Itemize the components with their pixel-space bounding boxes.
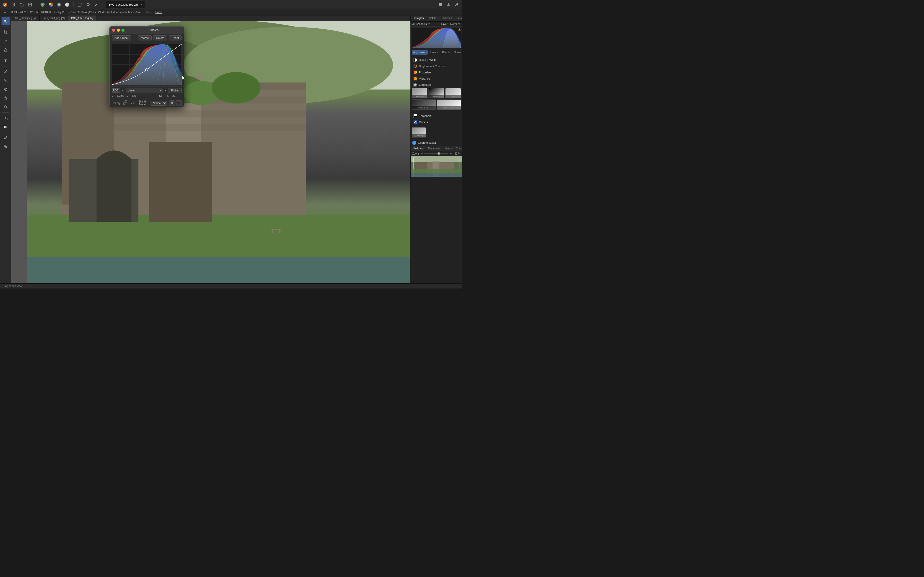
curves-action-buttons: Add Preset Merge Delete Reset [110, 34, 184, 42]
open-file-icon[interactable] [19, 2, 25, 8]
export-icon[interactable] [446, 2, 452, 8]
color-wheel-icon[interactable] [48, 2, 54, 8]
adj-item-threshold[interactable]: Threshold [412, 113, 461, 119]
preset-soft[interactable]: Soft [445, 88, 461, 98]
minimize-button[interactable] [117, 29, 120, 32]
blend-mode-select[interactable]: Normal [150, 101, 167, 106]
sub-tab-layers[interactable]: Layers [429, 50, 439, 55]
canvas-tab-2[interactable]: IMG_1348.jpeg [M] [40, 15, 68, 21]
channel-mixer-item[interactable]: Channel Mixer [411, 140, 462, 146]
adj-item-curves[interactable]: Curves [412, 119, 461, 125]
adj-label-brightness-contrast: Brightness / Contrast [419, 64, 446, 68]
sub-tab-effects[interactable]: Effects [441, 50, 451, 55]
close-button[interactable] [112, 29, 115, 32]
tab-histogram[interactable]: Histogram [411, 15, 427, 21]
tab-close-btn[interactable]: × [141, 3, 142, 6]
clone-tool-btn[interactable] [2, 76, 10, 85]
svg-rect-29 [4, 126, 7, 128]
tab-brushes[interactable]: Brushes [454, 15, 462, 21]
text-tool-btn[interactable]: T [2, 56, 10, 65]
move-tool-btn[interactable]: ↖ [2, 17, 10, 25]
magic-wand-icon[interactable] [93, 2, 100, 8]
nav-tab-history[interactable]: History [442, 146, 454, 151]
add-preset-btn[interactable]: Add Preset [111, 35, 131, 40]
tone-icon[interactable] [64, 2, 70, 8]
heal-tool-btn[interactable] [2, 103, 10, 111]
zoom-plus-btn[interactable]: + [450, 152, 452, 155]
paint-tool-btn[interactable] [2, 68, 10, 76]
eyedropper-tool-btn[interactable] [2, 134, 10, 142]
preset-default-1[interactable]: (Default) [412, 88, 428, 98]
active-document-tab[interactable]: IMG_3960.jpeg (92.2%) × [106, 1, 145, 8]
adj-item-exposure[interactable]: Exposure [412, 82, 461, 87]
picker-btn[interactable]: Picker [168, 88, 182, 93]
more-icon[interactable]: ☰ [176, 100, 182, 106]
adj-item-vibrance[interactable]: Vibrance [412, 76, 461, 82]
svg-point-27 [5, 97, 6, 99]
layer-tab-label[interactable]: Layer [441, 23, 447, 26]
canvas-image [27, 21, 410, 283]
user-icon[interactable] [454, 2, 460, 8]
nav-tab-navigator[interactable]: Navigator [411, 146, 426, 151]
histogram-channel-row: All Channels ▼ Layer | Marquee [411, 22, 462, 27]
shape-tool-btn[interactable] [2, 45, 10, 54]
svg-point-10 [41, 4, 44, 7]
zoom-minus-btn[interactable]: − [421, 152, 423, 155]
reset-btn[interactable]: Reset [169, 35, 182, 40]
color-mode-rgb[interactable] [39, 2, 46, 8]
gradient-tool-btn[interactable] [2, 122, 10, 131]
main-area: ↖ T [0, 15, 462, 283]
curves-graph[interactable] [111, 44, 182, 85]
gradient-icon[interactable] [56, 2, 62, 8]
lasso-tool-icon[interactable] [85, 2, 91, 8]
tool-separator-2 [2, 55, 9, 55]
opacity-value[interactable]: 100 % [123, 100, 128, 106]
layers-panel-icon[interactable] [437, 2, 443, 8]
adjustments-list: Black & White Brightness / Contrast Post… [411, 56, 462, 87]
blend-label: Blend Mode: [139, 100, 149, 106]
channel-select[interactable]: Master [126, 89, 163, 93]
preset-default-2[interactable]: (Default) [412, 127, 426, 137]
preset-dump-shadows[interactable]: Dump Sha... [412, 100, 436, 110]
svg-point-26 [4, 97, 7, 100]
svg-point-59 [112, 84, 113, 85]
zoom-tool-btn[interactable] [2, 142, 10, 151]
app-menu-icon[interactable]: A [2, 2, 8, 8]
merge-btn[interactable]: Merge [138, 35, 152, 40]
zoom-slider[interactable] [424, 153, 448, 154]
adj-item-brightness-contrast[interactable]: Brightness / Contrast [412, 63, 461, 69]
adj-item-posterise[interactable]: Posterise [412, 69, 461, 76]
units-value[interactable]: Pixels [155, 11, 162, 14]
maximize-button[interactable] [121, 29, 124, 32]
fill-tool-btn[interactable] [2, 114, 10, 122]
preset-extreme[interactable]: Extreme [428, 88, 444, 98]
nav-tab-channels[interactable]: Channels [454, 146, 462, 151]
crop-tool-btn[interactable] [2, 28, 10, 36]
canvas-tab-1[interactable]: IMG_2060.jpeg [M] [11, 15, 40, 21]
channel-select-label[interactable]: RGB [111, 89, 120, 93]
canvas-content[interactable]: Curves Add Preset Merge Delete Reset [11, 21, 410, 283]
selection-tool-icon[interactable] [77, 2, 83, 8]
svg-rect-46 [61, 124, 306, 131]
sub-tab-adjustment[interactable]: Adjustment [412, 50, 428, 55]
tab-swatches[interactable]: Swatches [439, 15, 454, 21]
canvas-tab-3[interactable]: IMG_3960.jpeg [M] [68, 15, 97, 21]
navigator-preview[interactable] [411, 156, 462, 177]
adj-icon-brightness-contrast [413, 64, 417, 68]
pen-tool-btn[interactable] [2, 37, 10, 45]
settings-icon[interactable]: ⚙ [169, 100, 175, 106]
delete-btn[interactable]: Delete [153, 35, 167, 40]
zoom-thumb[interactable] [438, 152, 440, 155]
preset-blow-highlights[interactable]: Blow High... [437, 100, 461, 110]
new-file-icon[interactable] [10, 2, 16, 8]
channel-mixer-label: Channel Mixer [418, 141, 436, 144]
blur-tool-btn[interactable] [2, 94, 10, 102]
adj-item-black-white[interactable]: Black & White [412, 57, 461, 63]
marquee-tab-label[interactable]: Marquee [451, 23, 460, 26]
adj-label-curves: Curves [419, 121, 428, 124]
tab-colour[interactable]: Colour [427, 15, 439, 21]
dodge-tool-btn[interactable] [2, 85, 10, 93]
sub-tab-styles[interactable]: Styles [452, 50, 462, 55]
save-file-icon[interactable] [27, 2, 33, 8]
nav-tab-transform[interactable]: Transform [426, 146, 442, 151]
